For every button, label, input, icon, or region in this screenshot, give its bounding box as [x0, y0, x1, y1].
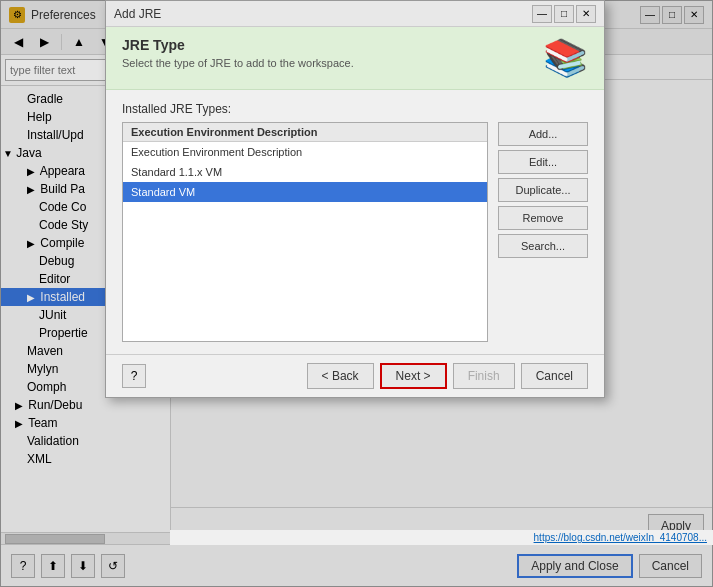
dialog-close-button[interactable]: ✕ — [576, 5, 596, 23]
dialog-title: Add JRE — [114, 7, 161, 21]
back-button-dialog[interactable]: < Back — [307, 363, 374, 389]
jre-list-area: Execution Environment Description Execut… — [122, 122, 588, 342]
dialog-side-buttons: Add... Edit... Duplicate... Remove Searc… — [488, 122, 588, 342]
add-jre-type-button[interactable]: Add... — [498, 122, 588, 146]
dialog-title-bar: Add JRE — □ ✕ — [106, 1, 604, 27]
jre-item-standard11[interactable]: Standard 1.1.x VM — [123, 162, 487, 182]
dialog-overlay: Add JRE — □ ✕ JRE Type Select the type o… — [0, 0, 713, 587]
main-window: ⚙ Preferences — □ ✕ ◀ ▶ ▲ ▼ Gradle Help … — [0, 0, 713, 587]
jre-item-env[interactable]: Execution Environment Description — [123, 142, 487, 162]
next-button-dialog[interactable]: Next > — [380, 363, 447, 389]
dialog-footer: ? < Back Next > Finish Cancel — [106, 354, 604, 397]
url-bar: https://blog.csdn.net/weixIn_4140708... — [170, 530, 713, 545]
dialog-header-title: JRE Type — [122, 37, 354, 53]
jre-list: Execution Environment Description Execut… — [122, 122, 488, 342]
dialog-maximize-button[interactable]: □ — [554, 5, 574, 23]
finish-button-dialog[interactable]: Finish — [453, 363, 515, 389]
dialog-header-text: JRE Type Select the type of JRE to add t… — [122, 37, 354, 69]
search-jre-type-button[interactable]: Search... — [498, 234, 588, 258]
dialog-minimize-button[interactable]: — — [532, 5, 552, 23]
dialog-footer-buttons: < Back Next > Finish Cancel — [307, 363, 588, 389]
dialog-header-description: Select the type of JRE to add to the wor… — [122, 57, 354, 69]
remove-jre-type-button[interactable]: Remove — [498, 206, 588, 230]
dialog-title-buttons: — □ ✕ — [532, 5, 596, 23]
dialog-body: Installed JRE Types: Execution Environme… — [106, 90, 604, 354]
dialog-header: JRE Type Select the type of JRE to add t… — [106, 27, 604, 90]
duplicate-jre-type-button[interactable]: Duplicate... — [498, 178, 588, 202]
cancel-button-dialog[interactable]: Cancel — [521, 363, 588, 389]
jre-list-header: Execution Environment Description — [123, 123, 487, 142]
add-jre-dialog: Add JRE — □ ✕ JRE Type Select the type o… — [105, 0, 605, 398]
dialog-header-icon: 📚 — [543, 37, 588, 79]
edit-jre-type-button[interactable]: Edit... — [498, 150, 588, 174]
jre-item-standardvm[interactable]: Standard VM — [123, 182, 487, 202]
dialog-help-icon[interactable]: ? — [122, 364, 146, 388]
installed-label: Installed JRE Types: — [122, 102, 588, 116]
